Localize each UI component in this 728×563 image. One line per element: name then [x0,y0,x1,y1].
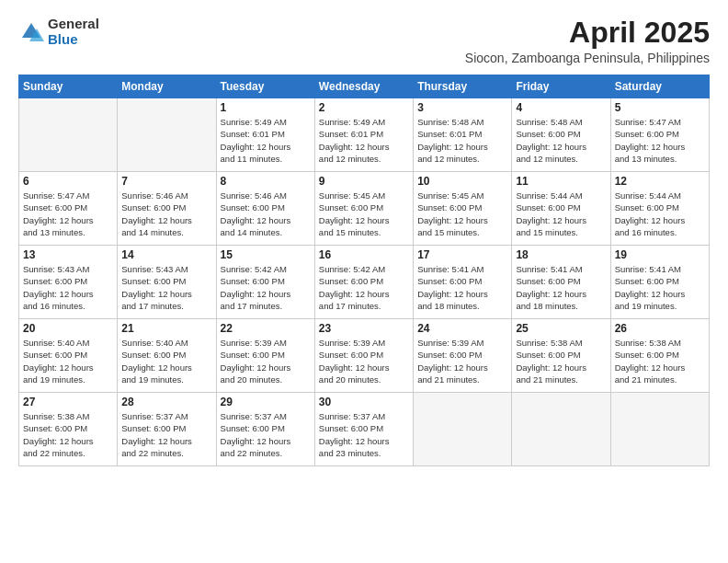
calendar-cell: 5Sunrise: 5:47 AM Sunset: 6:00 PM Daylig… [610,98,709,172]
day-number: 12 [615,175,705,188]
day-number: 19 [615,248,705,261]
calendar-week-row: 13Sunrise: 5:43 AM Sunset: 6:00 PM Dayli… [19,246,710,319]
calendar-cell: 9Sunrise: 5:45 AM Sunset: 6:00 PM Daylig… [314,172,413,246]
calendar-cell: 11Sunrise: 5:44 AM Sunset: 6:00 PM Dayli… [512,172,610,246]
calendar-cell [19,98,118,172]
day-number: 7 [121,175,211,188]
day-number: 10 [417,175,507,188]
calendar-cell: 17Sunrise: 5:41 AM Sunset: 6:00 PM Dayli… [414,246,512,319]
day-info: Sunrise: 5:38 AM Sunset: 6:00 PM Dayligh… [516,337,606,385]
day-info: Sunrise: 5:41 AM Sunset: 6:00 PM Dayligh… [516,263,606,312]
logo-blue: Blue [48,32,99,48]
calendar-cell [610,393,709,466]
day-number: 4 [516,101,606,114]
weekday-header-row: SundayMondayTuesdayWednesdayThursdayFrid… [19,75,710,98]
day-info: Sunrise: 5:40 AM Sunset: 6:00 PM Dayligh… [121,337,211,385]
day-number: 30 [319,396,409,408]
day-number: 15 [221,248,311,261]
calendar-title: April 2025 [465,17,710,49]
calendar-cell: 4Sunrise: 5:48 AM Sunset: 6:00 PM Daylig… [512,98,610,172]
calendar-cell: 23Sunrise: 5:39 AM Sunset: 6:00 PM Dayli… [314,319,413,393]
logo: General Blue [18,17,99,47]
day-number: 20 [23,322,113,335]
calendar-cell: 28Sunrise: 5:37 AM Sunset: 6:00 PM Dayli… [118,393,216,466]
weekday-header: Monday [118,75,216,98]
calendar-week-row: 27Sunrise: 5:38 AM Sunset: 6:00 PM Dayli… [19,393,710,466]
calendar-week-row: 20Sunrise: 5:40 AM Sunset: 6:00 PM Dayli… [19,319,710,393]
calendar-table: SundayMondayTuesdayWednesdayThursdayFrid… [18,75,710,466]
day-info: Sunrise: 5:45 AM Sunset: 6:00 PM Dayligh… [319,190,409,238]
day-info: Sunrise: 5:42 AM Sunset: 6:00 PM Dayligh… [221,263,311,312]
day-info: Sunrise: 5:43 AM Sunset: 6:00 PM Dayligh… [23,263,113,312]
day-number: 23 [319,322,409,335]
weekday-header: Thursday [414,75,512,98]
day-number: 28 [121,396,211,408]
day-number: 13 [23,248,113,261]
day-info: Sunrise: 5:37 AM Sunset: 6:00 PM Dayligh… [121,410,211,459]
day-number: 5 [615,101,705,114]
day-info: Sunrise: 5:48 AM Sunset: 6:00 PM Dayligh… [516,116,606,165]
calendar-cell: 29Sunrise: 5:37 AM Sunset: 6:00 PM Dayli… [216,393,314,466]
day-info: Sunrise: 5:39 AM Sunset: 6:00 PM Dayligh… [221,337,311,385]
page: General Blue April 2025 Siocon, Zamboang… [0,0,728,563]
calendar-cell: 2Sunrise: 5:49 AM Sunset: 6:01 PM Daylig… [314,98,413,172]
calendar-cell: 25Sunrise: 5:38 AM Sunset: 6:00 PM Dayli… [512,319,610,393]
day-info: Sunrise: 5:37 AM Sunset: 6:00 PM Dayligh… [319,410,409,459]
day-info: Sunrise: 5:49 AM Sunset: 6:01 PM Dayligh… [319,116,409,165]
calendar-cell [414,393,512,466]
day-number: 26 [615,322,705,335]
day-info: Sunrise: 5:37 AM Sunset: 6:00 PM Dayligh… [221,410,311,459]
calendar-week-row: 1Sunrise: 5:49 AM Sunset: 6:01 PM Daylig… [19,98,710,172]
calendar-cell: 20Sunrise: 5:40 AM Sunset: 6:00 PM Dayli… [19,319,118,393]
day-info: Sunrise: 5:44 AM Sunset: 6:00 PM Dayligh… [516,190,606,238]
day-info: Sunrise: 5:41 AM Sunset: 6:00 PM Dayligh… [417,263,507,312]
day-number: 17 [417,248,507,261]
calendar-cell: 21Sunrise: 5:40 AM Sunset: 6:00 PM Dayli… [118,319,216,393]
day-info: Sunrise: 5:44 AM Sunset: 6:00 PM Dayligh… [615,190,705,238]
day-number: 27 [23,396,113,408]
calendar-cell: 3Sunrise: 5:48 AM Sunset: 6:01 PM Daylig… [414,98,512,172]
calendar-cell [118,98,216,172]
day-info: Sunrise: 5:47 AM Sunset: 6:00 PM Dayligh… [23,190,113,238]
calendar-cell: 15Sunrise: 5:42 AM Sunset: 6:00 PM Dayli… [216,246,314,319]
calendar-cell: 19Sunrise: 5:41 AM Sunset: 6:00 PM Dayli… [610,246,709,319]
day-info: Sunrise: 5:47 AM Sunset: 6:00 PM Dayligh… [615,116,705,165]
logo-icon [18,19,44,45]
day-number: 21 [121,322,211,335]
calendar-cell: 18Sunrise: 5:41 AM Sunset: 6:00 PM Dayli… [512,246,610,319]
day-info: Sunrise: 5:43 AM Sunset: 6:00 PM Dayligh… [121,263,211,312]
calendar-cell: 1Sunrise: 5:49 AM Sunset: 6:01 PM Daylig… [216,98,314,172]
calendar-cell: 26Sunrise: 5:38 AM Sunset: 6:00 PM Dayli… [610,319,709,393]
calendar-cell: 8Sunrise: 5:46 AM Sunset: 6:00 PM Daylig… [216,172,314,246]
day-number: 1 [221,101,311,114]
day-info: Sunrise: 5:41 AM Sunset: 6:00 PM Dayligh… [615,263,705,312]
day-number: 25 [516,322,606,335]
day-number: 18 [516,248,606,261]
weekday-header: Tuesday [216,75,314,98]
day-number: 22 [221,322,311,335]
day-number: 14 [121,248,211,261]
title-block: April 2025 Siocon, Zamboanga Peninsula, … [465,17,710,65]
calendar-cell: 12Sunrise: 5:44 AM Sunset: 6:00 PM Dayli… [610,172,709,246]
calendar-cell: 24Sunrise: 5:39 AM Sunset: 6:00 PM Dayli… [414,319,512,393]
day-number: 11 [516,175,606,188]
day-info: Sunrise: 5:49 AM Sunset: 6:01 PM Dayligh… [221,116,311,165]
day-info: Sunrise: 5:46 AM Sunset: 6:00 PM Dayligh… [121,190,211,238]
calendar-cell: 27Sunrise: 5:38 AM Sunset: 6:00 PM Dayli… [19,393,118,466]
weekday-header: Sunday [19,75,118,98]
calendar-cell: 10Sunrise: 5:45 AM Sunset: 6:00 PM Dayli… [414,172,512,246]
calendar-cell: 30Sunrise: 5:37 AM Sunset: 6:00 PM Dayli… [314,393,413,466]
day-number: 8 [221,175,311,188]
day-number: 9 [319,175,409,188]
weekday-header: Saturday [610,75,709,98]
weekday-header: Wednesday [314,75,413,98]
day-info: Sunrise: 5:45 AM Sunset: 6:00 PM Dayligh… [417,190,507,238]
calendar-week-row: 6Sunrise: 5:47 AM Sunset: 6:00 PM Daylig… [19,172,710,246]
day-info: Sunrise: 5:38 AM Sunset: 6:00 PM Dayligh… [615,337,705,385]
logo-general: General [48,17,99,32]
day-number: 6 [23,175,113,188]
day-info: Sunrise: 5:46 AM Sunset: 6:00 PM Dayligh… [221,190,311,238]
logo-text: General Blue [48,17,99,47]
calendar-cell: 6Sunrise: 5:47 AM Sunset: 6:00 PM Daylig… [19,172,118,246]
day-number: 3 [417,101,507,114]
